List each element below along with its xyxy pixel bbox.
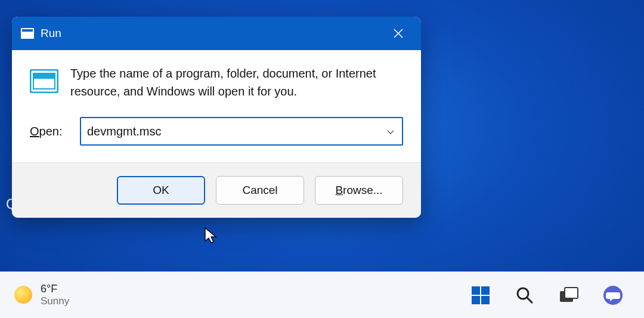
start-button[interactable] (467, 282, 494, 308)
chevron-down-icon[interactable] (383, 125, 396, 137)
svg-rect-7 (33, 73, 55, 79)
task-view-icon (559, 286, 579, 304)
run-program-icon (30, 67, 58, 95)
dialog-footer: OK Cancel Browse... (12, 162, 421, 218)
titlebar[interactable]: Run (12, 17, 421, 50)
open-input[interactable] (87, 125, 383, 138)
svg-marker-9 (205, 228, 216, 243)
close-icon (393, 28, 404, 39)
search-button[interactable] (512, 282, 538, 308)
close-button[interactable] (384, 21, 413, 45)
dialog-title: Run (41, 27, 384, 40)
svg-line-15 (527, 298, 532, 302)
run-icon (20, 26, 35, 41)
dialog-body: Type the name of a program, folder, docu… (12, 50, 421, 117)
chat-button[interactable] (600, 282, 626, 308)
svg-rect-13 (481, 296, 490, 304)
ok-button[interactable]: OK (117, 176, 205, 205)
svg-rect-10 (472, 286, 480, 295)
cursor-icon (204, 227, 218, 245)
svg-rect-12 (472, 296, 480, 304)
open-row: Open: (12, 117, 421, 162)
weather-temperature: 6°F (41, 283, 69, 295)
open-label: Open: (30, 125, 72, 138)
open-combobox[interactable] (80, 117, 403, 146)
search-icon (515, 286, 534, 305)
svg-rect-17 (565, 288, 578, 298)
browse-button[interactable]: Browse... (315, 176, 403, 205)
taskbar: 6°F Sunny (0, 271, 644, 318)
weather-text: 6°F Sunny (41, 283, 69, 307)
svg-rect-11 (481, 286, 490, 295)
browse-label: Browse... (335, 184, 382, 197)
chat-icon (602, 285, 624, 306)
weather-sun-icon (14, 286, 32, 304)
windows-logo-icon (470, 285, 491, 305)
weather-widget[interactable]: 6°F Sunny (14, 283, 69, 307)
task-view-button[interactable] (556, 282, 582, 308)
svg-rect-1 (22, 29, 33, 32)
desktop-background: Q Run (0, 0, 644, 318)
run-dialog: Run Type the name of a program, folder, … (12, 17, 421, 218)
taskbar-items (467, 282, 626, 308)
weather-condition: Sunny (41, 295, 69, 307)
dialog-description: Type the name of a program, folder, docu… (70, 64, 403, 100)
cancel-button[interactable]: Cancel (216, 176, 304, 205)
